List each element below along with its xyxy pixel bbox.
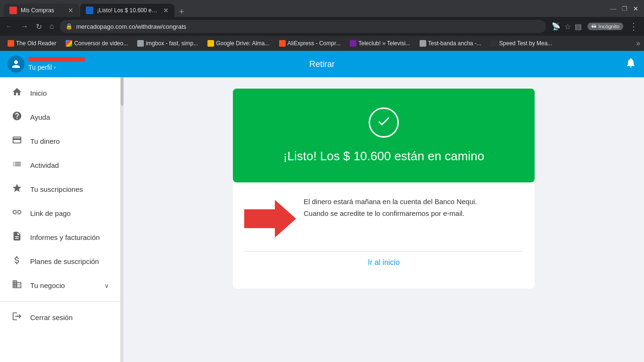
- sidebar-label-inicio: Inicio: [30, 89, 47, 97]
- success-title: ¡Listo! Los $ 10.600 están en camino: [244, 149, 523, 164]
- go-home-button[interactable]: Ir al inicio: [244, 251, 523, 273]
- more-button[interactable]: ⋮: [627, 21, 640, 32]
- bookmark-conversor[interactable]: Conversor de video...: [62, 39, 132, 48]
- address-text: mercadopago.com.co/withdraw/congrats: [76, 23, 541, 30]
- actividad-icon: [11, 159, 23, 172]
- bookmark-label-1: The Old Reader: [16, 40, 56, 47]
- app-topnav: Tu perfil › Retirar: [0, 51, 644, 77]
- bookmark-label-3: imgbox - fast, simp...: [146, 40, 198, 47]
- sidebar-item-planes[interactable]: Planes de suscripción: [0, 249, 120, 273]
- sidebar-label-actividad: Actividad: [30, 161, 59, 169]
- arrow-right-svg: [244, 197, 296, 240]
- sidebar-label-link-pago: Link de pago: [30, 209, 71, 217]
- browser-chrome: Mis Compras ✕ ¡Listo! Los $ 10.600 están…: [0, 0, 644, 51]
- reader-mode-icon[interactable]: ▤: [575, 22, 582, 31]
- negocio-chevron-icon: ∨: [104, 282, 109, 289]
- svg-marker-0: [244, 200, 296, 238]
- close-button[interactable]: ✕: [633, 5, 638, 12]
- bookmark-star-icon[interactable]: ☆: [564, 22, 571, 31]
- tab-favicon: [9, 7, 17, 14]
- profile-link[interactable]: Tu perfil ›: [28, 64, 56, 71]
- ayuda-icon: [11, 111, 23, 123]
- sidebar-label-suscripciones: Tu suscripciones: [30, 185, 83, 193]
- sidebar-divider: [0, 301, 120, 302]
- red-arrow-container: [244, 197, 296, 240]
- user-name-redacted: [28, 57, 85, 62]
- bookmark-label-6: Teleclub! » Televisi...: [358, 40, 410, 47]
- negocio-icon: [11, 279, 23, 292]
- bookmarks-more-button[interactable]: »: [636, 39, 640, 48]
- bookmark-speedtest[interactable]: Speed Test by Mea...: [487, 39, 556, 48]
- bookmark-label-8: Speed Test by Mea...: [499, 40, 553, 47]
- tab-close-1[interactable]: ✕: [68, 7, 74, 14]
- tab-mis-compras[interactable]: Mis Compras ✕: [4, 4, 79, 17]
- tab-listo[interactable]: ¡Listo! Los $ 10.600 están en c... ✕: [80, 4, 174, 17]
- app-container: Tu perfil › Retirar: [0, 51, 644, 362]
- bookmark-icon-8: [491, 40, 497, 47]
- bookmark-icon-7: [420, 40, 426, 47]
- sidebar-item-ayuda[interactable]: Ayuda: [0, 105, 120, 129]
- link-pago-icon: [11, 207, 23, 220]
- profile-chevron-icon: ›: [54, 64, 56, 71]
- bookmark-label-5: AliExpress - Compr...: [288, 40, 341, 47]
- planes-icon: [11, 255, 23, 268]
- sidebar-item-tu-negocio[interactable]: Tu negocio ∨: [0, 273, 120, 297]
- sidebar-label-ayuda: Ayuda: [30, 113, 50, 121]
- sidebar-item-cerrar-sesion[interactable]: Cerrar sesión: [0, 305, 120, 329]
- back-button[interactable]: ←: [4, 20, 15, 33]
- new-tab-button[interactable]: +: [175, 7, 188, 17]
- tab-label-1: Mis Compras: [21, 7, 64, 14]
- home-button[interactable]: ⌂: [48, 20, 56, 33]
- bell-icon[interactable]: [625, 57, 636, 71]
- info-line-1: El dinero estará mañana en la cuenta del…: [304, 197, 477, 206]
- tab-favicon-2: [86, 7, 93, 14]
- bookmark-teleclub[interactable]: Teleclub! » Televisi...: [346, 39, 414, 48]
- refresh-button[interactable]: ↻: [34, 20, 44, 33]
- minimize-button[interactable]: —: [610, 5, 616, 12]
- bookmark-label-2: Conversor de video...: [74, 40, 128, 47]
- success-circle: [369, 107, 399, 138]
- bookmark-icon-3: [137, 40, 144, 47]
- sidebar-label-planes: Planes de suscripción: [30, 257, 99, 265]
- cerrar-sesion-icon: [11, 311, 23, 324]
- main-layout: Inicio Ayuda Tu dinero: [0, 77, 644, 362]
- bookmark-testbanda[interactable]: Test-banda ancha -...: [416, 39, 485, 48]
- bookmark-label-4: Google Drive: Alma...: [216, 40, 269, 47]
- page-title: Retirar: [309, 59, 335, 69]
- bookmark-icon-4: [207, 40, 214, 47]
- content-area: ¡Listo! Los $ 10.600 están en camino El …: [124, 77, 644, 362]
- sidebar: Inicio Ayuda Tu dinero: [0, 77, 121, 362]
- profile-label: Tu perfil: [28, 64, 52, 71]
- bookmark-gdrive[interactable]: Google Drive: Alma...: [204, 39, 273, 48]
- address-bar[interactable]: 🔒 mercadopago.com.co/withdraw/congrats: [60, 20, 546, 33]
- sidebar-item-informes[interactable]: Informes y facturación: [0, 225, 120, 249]
- scrollbar-thumb: [121, 77, 124, 106]
- sidebar-item-link-pago[interactable]: Link de pago: [0, 201, 120, 225]
- bookmark-icon-1: [8, 40, 14, 47]
- bookmark-imgbox[interactable]: imgbox - fast, simp...: [133, 39, 202, 48]
- sidebar-item-suscripciones[interactable]: Tu suscripciones: [0, 177, 120, 201]
- sidebar-item-tu-dinero[interactable]: Tu dinero: [0, 129, 120, 153]
- bookmark-aliexpress[interactable]: AliExpress - Compr...: [275, 39, 345, 48]
- incognito-label: Incógnito: [598, 24, 619, 29]
- sidebar-item-actividad[interactable]: Actividad: [0, 153, 120, 177]
- incognito-icon: 🕶: [591, 24, 596, 29]
- sidebar-label-informes: Informes y facturación: [30, 233, 100, 241]
- forward-button[interactable]: →: [19, 20, 30, 33]
- scrollbar[interactable]: [121, 77, 124, 362]
- sidebar-item-inner: Tu negocio: [11, 279, 65, 292]
- info-line-2: Cuando se acredite te lo confirmaremos p…: [304, 209, 477, 217]
- cast-icon[interactable]: 📡: [552, 22, 561, 31]
- tu-dinero-icon: [11, 135, 23, 148]
- bookmark-old-reader[interactable]: The Old Reader: [4, 39, 60, 48]
- check-icon: [376, 114, 391, 132]
- inicio-icon: [11, 87, 23, 99]
- maximize-button[interactable]: ❐: [622, 5, 627, 12]
- sidebar-item-inicio[interactable]: Inicio: [0, 81, 120, 105]
- avatar: [8, 56, 25, 73]
- tab-close-2[interactable]: ✕: [163, 7, 169, 14]
- bookmark-icon-5: [279, 40, 286, 47]
- info-texts: El dinero estará mañana en la cuenta del…: [304, 197, 477, 217]
- security-lock-icon: 🔒: [66, 23, 73, 30]
- bookmark-icon-6: [350, 40, 356, 47]
